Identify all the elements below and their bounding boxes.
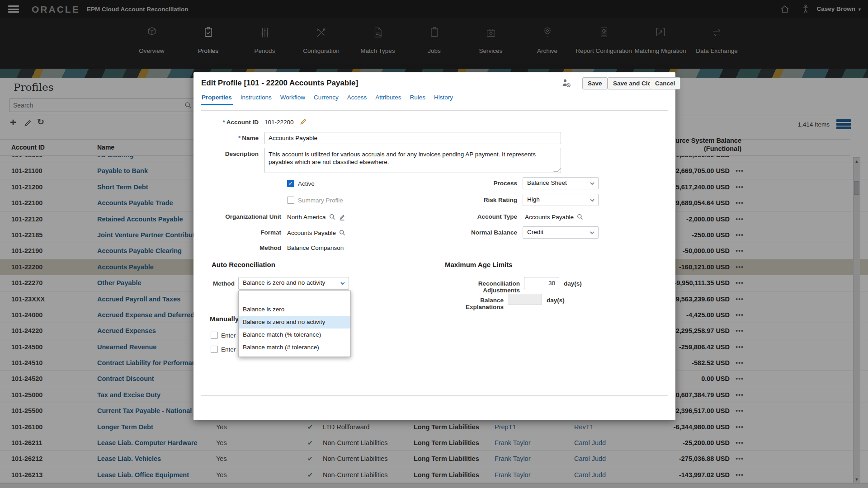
tab-currency[interactable]: Currency	[313, 92, 340, 105]
summary-profile-label: Summary Profile	[298, 197, 343, 204]
account-id-label: *Account ID	[204, 119, 259, 126]
magnifier-icon[interactable]	[329, 213, 336, 221]
properties-form: *Account ID 101-22200 *Name Description …	[201, 110, 668, 396]
risk-rating-select[interactable]: High	[523, 194, 599, 206]
tab-rules[interactable]: Rules	[409, 92, 426, 105]
auto-rec-method-label: Method	[213, 280, 234, 287]
enter-checkbox-1[interactable]	[211, 332, 218, 339]
format-label: Format	[204, 229, 281, 236]
dropdown-option[interactable]: Balance is zero	[239, 303, 350, 316]
risk-rating-value: High	[527, 196, 540, 203]
chevron-down-icon	[590, 181, 595, 186]
bal-explanations-unit: day(s)	[547, 297, 565, 304]
edit-pencil-icon[interactable]	[300, 118, 307, 125]
header-divider	[577, 76, 577, 90]
application-window: ORACLE EPM Cloud Account Reconciliation …	[0, 0, 868, 488]
bal-explanations-input[interactable]	[508, 294, 542, 305]
save-button[interactable]: Save	[582, 77, 608, 89]
auto-reconciliation-heading: Auto Reconciliation	[212, 261, 275, 268]
dropdown-option[interactable]: Balance is zero and no activity	[239, 316, 350, 328]
process-value: Balance Sheet	[527, 179, 567, 186]
edit-profile-dialog: Edit Profile [101 - 22200 Accounts Payab…	[193, 72, 675, 420]
magnifier-icon[interactable]	[339, 229, 346, 236]
dropdown-option[interactable]: Balance match (# tolerance)	[239, 341, 350, 354]
chevron-down-icon	[340, 281, 345, 286]
cancel-button[interactable]: Cancel	[650, 77, 680, 89]
account-type-label: Account Type	[440, 213, 517, 220]
format-value: Accounts Payable	[287, 229, 346, 236]
rec-adjustments-input[interactable]	[524, 277, 559, 289]
rec-adjustments-label: Reconciliation Adjustments	[448, 280, 520, 294]
auto-rec-method-select[interactable]: Balance is zero and no activity	[238, 277, 349, 290]
risk-rating-label: Risk Rating	[440, 197, 517, 203]
edit-pencil-underline-icon[interactable]	[339, 213, 346, 221]
dialog-title: Edit Profile [101 - 22200 Accounts Payab…	[201, 79, 358, 88]
name-label: *Name	[204, 135, 259, 141]
active-checkbox[interactable]: ✓	[287, 180, 294, 187]
method-value: Balance Comparison	[287, 244, 344, 251]
tab-attributes[interactable]: Attributes	[374, 92, 402, 105]
org-unit-value: North America	[287, 213, 346, 221]
user-block-icon[interactable]	[561, 77, 572, 89]
max-age-limits-heading: Maximum Age Limits	[445, 261, 512, 268]
enter-checkbox-2[interactable]	[211, 346, 218, 353]
chevron-down-icon	[590, 197, 595, 203]
normal-balance-label: Normal Balance	[440, 229, 517, 236]
method-label: Method	[204, 244, 281, 251]
magnifier-icon[interactable]	[576, 213, 584, 221]
process-select[interactable]: Balance Sheet	[523, 177, 599, 189]
account-type-value: Accounts Payable	[525, 213, 584, 221]
manually-section-heading: Manually	[210, 315, 239, 323]
process-label: Process	[440, 180, 517, 187]
tab-access[interactable]: Access	[346, 92, 368, 105]
tab-properties[interactable]: Properties	[201, 92, 233, 105]
chevron-down-icon	[590, 230, 595, 235]
auto-rec-method-value: Balance is zero and no activity	[243, 279, 325, 286]
normal-balance-select[interactable]: Credit	[523, 226, 599, 239]
method-dropdown-list: Balance is zeroBalance is zero and no ac…	[238, 291, 351, 357]
bal-explanations-label: Balance Explanations	[445, 297, 504, 310]
description-label: Description	[204, 150, 259, 157]
description-textarea[interactable]	[264, 148, 561, 173]
dialog-tabs: PropertiesInstructionsWorkflowCurrencyAc…	[201, 92, 461, 105]
tab-workflow[interactable]: Workflow	[279, 92, 306, 105]
dropdown-option-blank[interactable]	[239, 291, 350, 303]
name-input[interactable]	[264, 132, 561, 144]
rec-adjustments-unit: day(s)	[564, 280, 582, 287]
summary-profile-checkbox[interactable]	[287, 197, 294, 204]
org-unit-label: Organizational Unit	[204, 213, 281, 220]
normal-balance-value: Credit	[527, 229, 543, 235]
dropdown-option[interactable]: Balance match (% tolerance)	[239, 328, 350, 341]
account-id-value: 101-22200	[264, 119, 294, 126]
active-label: Active	[298, 180, 315, 187]
tab-history[interactable]: History	[433, 92, 454, 105]
tab-instructions[interactable]: Instructions	[240, 92, 273, 105]
